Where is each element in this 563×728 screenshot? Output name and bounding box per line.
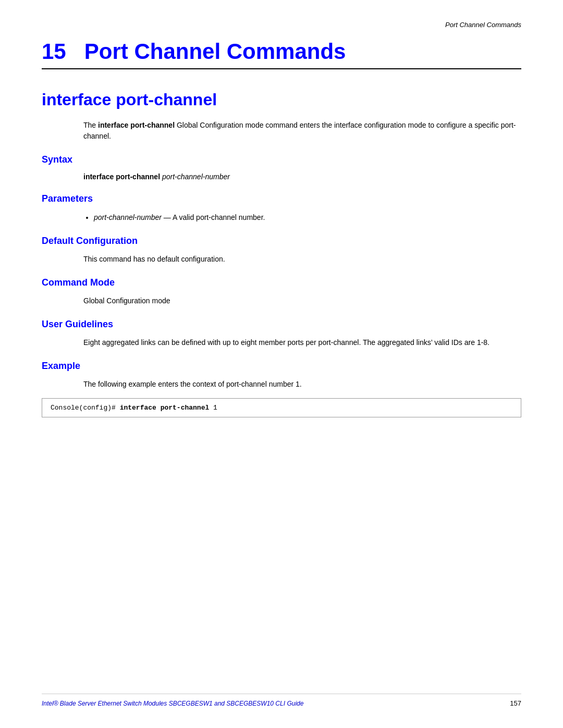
user-guidelines-text: Eight aggregated links can be defined wi… — [83, 337, 521, 348]
desc-bold-term: interface port-channel — [98, 121, 175, 129]
default-config-heading: Default Configuration — [42, 236, 521, 246]
example-intro-text: The following example enters the context… — [83, 379, 521, 390]
footer-text: Intel® Blade Server Ethernet Switch Modu… — [42, 700, 303, 707]
header-chapter-ref: Port Channel Commands — [42, 21, 521, 29]
example-code-block: Console(config)# interface port-channel … — [42, 398, 521, 417]
list-item: port-channel-number — A valid port-chann… — [94, 212, 521, 223]
header-chapter-ref-text: Port Channel Commands — [445, 21, 521, 29]
chapter-divider — [42, 68, 521, 69]
syntax-bold: interface port-channel — [83, 172, 160, 181]
code-suffix: 1 — [209, 404, 217, 412]
command-mode-heading: Command Mode — [42, 277, 521, 288]
default-config-text: This command has no default configuratio… — [83, 254, 521, 265]
page-footer: Intel® Blade Server Ethernet Switch Modu… — [42, 694, 521, 707]
syntax-command: interface port-channel port-channel-numb… — [83, 172, 521, 181]
section-description: The interface port-channel Global Config… — [83, 120, 521, 142]
code-prefix: Console(config)# — [51, 404, 120, 412]
footer-page-number: 157 — [510, 699, 521, 707]
command-mode-text: Global Configuration mode — [83, 295, 521, 306]
parameters-heading: Parameters — [42, 193, 521, 204]
user-guidelines-heading: User Guidelines — [42, 319, 521, 330]
section-title: interface port-channel — [42, 90, 521, 109]
chapter-title: 15 Port Channel Commands — [42, 39, 521, 64]
param-italic: port-channel-number — [94, 213, 162, 221]
syntax-italic: port-channel-number — [160, 172, 230, 181]
param-text: — A valid port-channel number. — [162, 213, 265, 221]
page-container: Port Channel Commands 15 Port Channel Co… — [0, 0, 563, 728]
parameters-list: port-channel-number — A valid port-chann… — [94, 212, 521, 223]
syntax-heading: Syntax — [42, 154, 521, 165]
code-bold: interface port-channel — [120, 404, 210, 412]
example-heading: Example — [42, 361, 521, 372]
chapter-number: 15 — [42, 39, 66, 64]
chapter-title-text: Port Channel Commands — [84, 39, 346, 64]
